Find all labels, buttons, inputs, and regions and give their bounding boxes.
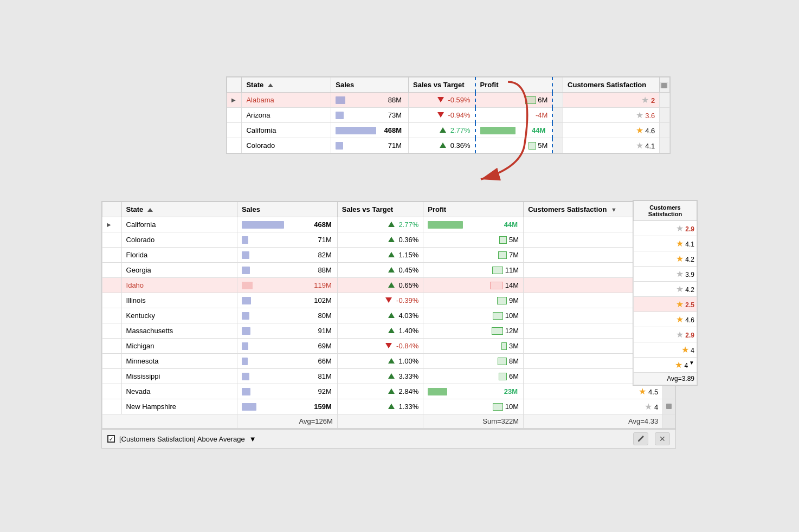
row-nevada: Nevada 92M 2.84% 23M <box>102 384 675 399</box>
arrow-up-icon <box>388 267 395 273</box>
sales-cell: 69M <box>237 339 337 354</box>
top-sales-header[interactable]: Sales <box>331 77 409 93</box>
star-icon: ★ <box>639 387 646 396</box>
avg-sales: Avg=126M <box>237 414 337 429</box>
mini-csat-cell: ★ 2.9 <box>634 327 697 342</box>
top-spacer-col <box>552 77 563 93</box>
footer-svt-empty <box>337 414 423 429</box>
row-colorado: Colorado 71M 0.36% 5M <box>102 232 675 248</box>
state-cell: Minnesota <box>121 354 237 369</box>
state-label: State <box>126 205 144 213</box>
state-cell: Kentucky <box>121 308 237 323</box>
scrollbar-cell[interactable] <box>663 384 675 399</box>
state-cell: California <box>121 217 237 232</box>
top-csat-cell: ★ 4.1 <box>563 138 660 153</box>
profit-cell: 23M <box>423 384 524 399</box>
profit-cell: 9M <box>423 293 524 308</box>
svt-cell: 1.33% <box>337 399 423 414</box>
top-state-cell: Colorado <box>242 138 331 153</box>
mini-row: ★ 2.9 <box>634 327 697 342</box>
filter-icon[interactable]: ▼ <box>611 206 617 213</box>
bottom-table: State Sales Sales vs Target Profit Custo… <box>101 201 676 449</box>
mini-row: ★ 4 <box>634 342 697 358</box>
profit-cell: 12M <box>423 323 524 339</box>
top-row-indicator <box>227 138 242 153</box>
top-row-alabama: ▶ Alabama 88M -0.59% 6M <box>227 93 670 108</box>
filter-dropdown-icon[interactable]: ▼ <box>249 435 256 443</box>
star-icon: ★ <box>675 360 682 369</box>
sales-cell: 80M <box>237 308 337 323</box>
filter-checkbox[interactable]: ✓ <box>107 435 115 443</box>
svt-header[interactable]: Sales vs Target <box>337 202 423 217</box>
svt-arrow-up <box>440 142 446 148</box>
top-row-indicator <box>227 123 242 138</box>
top-profit-header[interactable]: Profit <box>475 77 553 93</box>
arrow-down-icon <box>385 343 392 348</box>
mini-csat-cell: ★ 4.6 <box>634 312 697 327</box>
top-indicator-col <box>227 77 242 93</box>
top-spacer <box>552 93 563 108</box>
top-svt-header[interactable]: Sales vs Target <box>409 77 475 93</box>
state-header[interactable]: State <box>121 202 237 217</box>
top-csat-header[interactable]: Customers Satisfaction <box>563 77 660 93</box>
top-profit-cell: 44M <box>475 123 553 138</box>
svt-cell: 1.00% <box>337 354 423 369</box>
row-florida: Florida 82M 1.15% 7M <box>102 248 675 263</box>
top-csat-cell: ★ 3.6 <box>563 108 660 123</box>
top-svt-cell: -0.59% <box>409 93 475 108</box>
profit-cell: 10M <box>423 308 524 323</box>
profit-header[interactable]: Profit <box>423 202 524 217</box>
svt-arrow-up <box>440 127 446 133</box>
top-state-cell: California <box>242 123 331 138</box>
right-mini-table: CustomersSatisfaction ★ 2.9 ★ 4.1 <box>633 200 698 386</box>
star-icon: ★ <box>676 300 684 309</box>
row-massachusetts: Massachusetts 91M 1.40% 12M <box>102 323 675 339</box>
state-cell: Georgia <box>121 263 237 278</box>
mini-csat-cell: ★ 4.1 <box>634 236 697 251</box>
row-indicator <box>102 308 122 323</box>
row-california: ▶ California 468M 2.77% <box>102 217 675 232</box>
row-indicator <box>102 369 122 384</box>
arrow-up-icon <box>388 252 395 257</box>
svt-cell: 1.15% <box>337 248 423 263</box>
top-svt-cell: 0.36% <box>409 138 475 153</box>
top-spacer <box>552 123 563 138</box>
row-indicator <box>102 248 122 263</box>
row-minnesota: Minnesota 66M 1.00% 8M <box>102 354 675 369</box>
row-indicator <box>102 232 122 248</box>
top-csat-cell: ★ 2 <box>563 93 660 108</box>
mini-csat-cell: ★ 4.2 <box>634 282 697 297</box>
top-scrollbar[interactable] <box>660 77 670 93</box>
svt-cell: 1.40% <box>337 323 423 339</box>
close-filter-button[interactable]: ✕ <box>655 432 670 445</box>
profit-cell: 7M <box>423 248 524 263</box>
top-profit-cell: -4M <box>475 108 553 123</box>
mini-csat-cell: ★ 4 ▼ <box>634 358 697 373</box>
profit-cell: 8M <box>423 354 524 369</box>
top-svt-cell: -0.94% <box>409 108 475 123</box>
star-icon: ★ <box>681 345 689 354</box>
row-mississippi: Mississippi 81M 3.33% 6M <box>102 369 675 384</box>
svt-cell: 2.77% <box>337 217 423 232</box>
top-scrollbar-cell <box>660 123 670 138</box>
sales-header[interactable]: Sales <box>237 202 337 217</box>
row-new-hampshire: New Hampshire 159M 1.33% 10M <box>102 399 675 414</box>
profit-cell: 11M <box>423 263 524 278</box>
sales-cell: 66M <box>237 354 337 369</box>
sales-cell: 92M <box>237 384 337 399</box>
footer-empty <box>102 414 237 429</box>
sales-cell: 119M <box>237 278 337 293</box>
edit-filter-button[interactable] <box>633 432 648 445</box>
top-profit-cell: 6M <box>475 93 553 108</box>
top-state-header[interactable]: State <box>242 77 331 93</box>
arrow-up-icon <box>388 358 395 364</box>
sales-cell: 82M <box>237 248 337 263</box>
sales-cell: 81M <box>237 369 337 384</box>
state-cell: Michigan <box>121 339 237 354</box>
star-icon: ★ <box>676 239 684 248</box>
row-michigan: Michigan 69M -0.84% 3M <box>102 339 675 354</box>
svt-cell: 3.33% <box>337 369 423 384</box>
scrollbar-cell[interactable] <box>663 399 675 414</box>
mini-avg: Avg=3.89 <box>634 373 697 385</box>
star-icon: ★ <box>636 111 643 120</box>
